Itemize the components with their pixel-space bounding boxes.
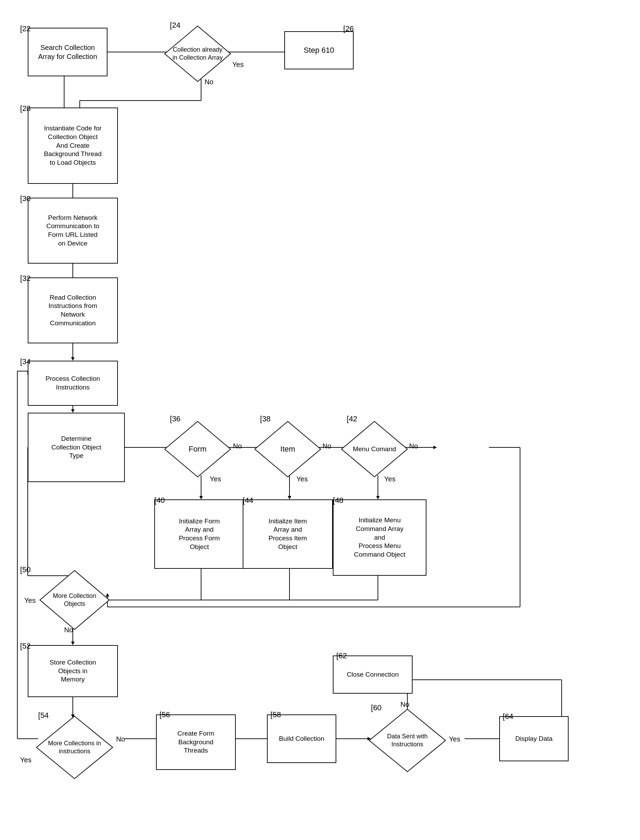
node-44: Initialize Item Array and Process Item O…	[243, 499, 333, 569]
node-35: Determine Collection Object Type	[28, 413, 125, 482]
label-50: [50	[20, 565, 31, 574]
svg-marker-32	[376, 496, 380, 499]
node-32: Read Collection Instructions from Networ…	[28, 277, 118, 343]
node-35-label: Determine Collection Object Type	[51, 434, 101, 460]
svg-marker-27	[199, 496, 203, 499]
node-52-label: Store Collection Objects in Memory	[50, 658, 96, 684]
label-24: [24	[170, 21, 181, 30]
svg-marker-17	[71, 409, 75, 413]
svg-marker-50	[71, 641, 75, 645]
node-58: Build Collection	[267, 715, 336, 763]
label-60: [60	[371, 703, 382, 712]
no-38-42: No	[322, 442, 331, 450]
node-42: Menu Comand	[340, 420, 409, 479]
svg-marker-31	[376, 496, 378, 499]
node-32-label: Read Collection Instructions from Networ…	[48, 293, 97, 328]
node-22: Search Collection Array for Collection	[28, 28, 107, 76]
label-32: [32	[20, 274, 31, 283]
yes-54: Yes	[20, 756, 32, 764]
label-30: [30	[20, 194, 31, 203]
node-40-label: Initialize Form Array and Process Form O…	[179, 517, 220, 551]
label-36: [36	[170, 414, 181, 423]
label-52: [52	[20, 641, 31, 651]
label-38: [38	[260, 414, 271, 423]
node-62-label: Close Connection	[347, 670, 399, 679]
node-58-label: Build Collection	[279, 734, 325, 743]
node-50: More Collection Objects	[38, 569, 111, 631]
label-40: [40	[154, 496, 165, 505]
node-42-label: Menu Comand	[353, 445, 396, 453]
yes-60: Yes	[449, 735, 461, 743]
node-62: Close Connection	[333, 656, 413, 694]
node-52: Store Collection Objects in Memory	[28, 645, 118, 697]
node-48: Initialize Menu Command Array and Proces…	[333, 499, 426, 576]
node-44-label: Initialize Item Array and Process Item O…	[269, 517, 307, 551]
no-54: No	[116, 735, 125, 743]
label-42: [42	[347, 414, 357, 423]
flowchart-diagram: Search Collection Array for Collection […	[0, 0, 640, 840]
node-64-label: Display Data	[515, 734, 553, 743]
no-50: No	[64, 626, 73, 634]
node-30: Perform Network Communication to Form UR…	[28, 198, 118, 264]
svg-marker-25	[434, 446, 437, 449]
node-24: Collection already in Collection Array	[163, 24, 232, 83]
label-54: [54	[38, 711, 49, 720]
label-34: [34	[20, 357, 31, 366]
node-48-label: Initialize Menu Command Array and Proces…	[354, 516, 405, 559]
no-24-28: No	[205, 78, 214, 86]
label-58: [58	[270, 710, 281, 719]
label-22: [22	[20, 24, 31, 33]
node-64: Display Data	[499, 716, 569, 761]
label-62: [62	[336, 651, 347, 660]
node-34-label: Process Collection Instructions	[45, 375, 100, 391]
svg-marker-15	[71, 357, 75, 361]
label-48: [48	[333, 496, 344, 505]
node-54-label: More Collections in instructions	[48, 740, 101, 755]
node-38: Item	[253, 420, 322, 479]
yes-36-40: Yes	[210, 475, 221, 483]
node-38-label: Item	[280, 445, 295, 453]
node-54: More Collections in instructions	[35, 715, 114, 780]
node-28: Instantiate Code for Collection Object A…	[28, 107, 118, 184]
label-56: [56	[160, 710, 170, 719]
label-26: [26	[343, 24, 354, 33]
svg-marker-29	[288, 496, 291, 499]
node-28-label: Instantiate Code for Collection Object A…	[44, 124, 102, 167]
node-22-label: Search Collection Array for Collection	[38, 43, 97, 61]
yes-42-48: Yes	[384, 475, 395, 483]
yes-50: Yes	[24, 596, 36, 604]
no-60: No	[400, 701, 410, 709]
label-44: [44	[243, 496, 253, 505]
node-60-label: Data Sent with Instructions	[387, 733, 427, 748]
node-50-label: More Collection Objects	[53, 592, 96, 607]
node-56-label: Create Form Background Threads	[178, 729, 214, 755]
node-30-label: Perform Network Communication to Form UR…	[46, 214, 99, 248]
node-36-label: Form	[189, 445, 206, 453]
node-26-label: Step 610	[304, 45, 334, 56]
node-26: Step 610	[284, 31, 354, 69]
label-64: [64	[503, 712, 514, 721]
node-24-label: Collection already in Collection Array	[172, 46, 222, 61]
node-36: Form	[163, 420, 232, 479]
no-42-right: No	[409, 442, 418, 450]
node-40: Initialize Form Array and Process Form O…	[154, 499, 245, 569]
node-56: Create Form Background Threads	[156, 715, 236, 770]
node-60: Data Sent with Instructions	[368, 707, 447, 773]
label-28: [28	[20, 104, 31, 113]
yes-38-44: Yes	[296, 475, 308, 483]
node-34: Process Collection Instructions	[28, 361, 118, 406]
no-36-38: No	[233, 442, 242, 450]
yes-24-26: Yes	[232, 61, 244, 69]
